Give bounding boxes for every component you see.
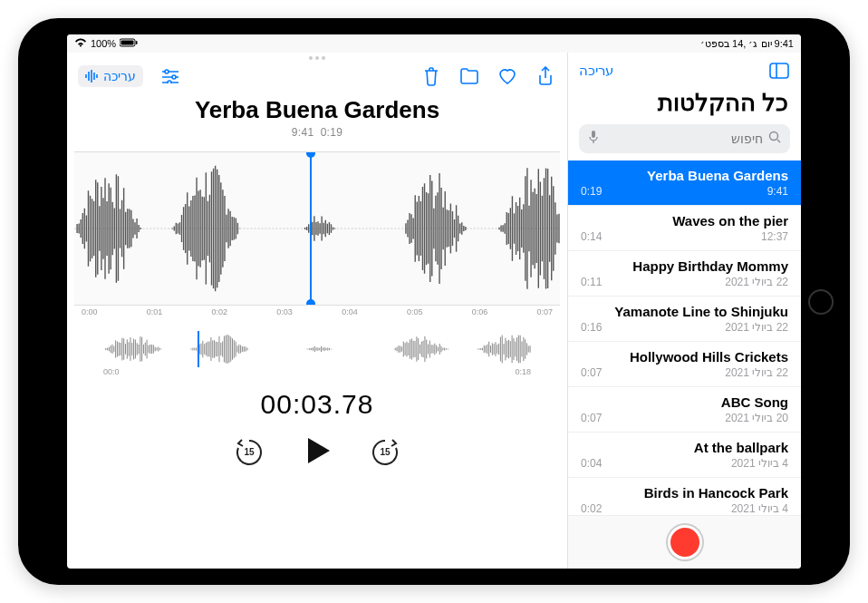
- svg-rect-539: [592, 131, 595, 138]
- recording-subtime: 9:41 0:19: [67, 126, 567, 139]
- recording-item-duration: 0:16: [581, 321, 602, 334]
- edit-waveform-button[interactable]: עריכה: [78, 65, 143, 87]
- play-button[interactable]: [301, 434, 333, 471]
- recording-item-time: 22 ביולי 2021: [725, 366, 788, 379]
- recording-item[interactable]: Yerba Buena Gardens 9:410:19: [568, 160, 801, 206]
- screen: 100% 9:41 יום ג׳ ,14 בספט׳ עריכה: [67, 34, 801, 569]
- recording-item-duration: 0:04: [581, 457, 602, 470]
- overview-times: 00:0 0:18: [103, 367, 531, 376]
- recording-item[interactable]: Yamanote Line to Shinjuku 22 ביולי 20210…: [568, 297, 801, 342]
- overview-waveform[interactable]: [103, 333, 531, 365]
- search-input[interactable]: [604, 131, 763, 146]
- playhead[interactable]: [310, 152, 312, 305]
- record-button[interactable]: [668, 525, 702, 559]
- recording-item-title: Waves on the pier: [581, 213, 788, 229]
- skip-forward-button[interactable]: 15: [370, 437, 400, 468]
- wifi-icon: [74, 38, 87, 49]
- trash-icon[interactable]: [420, 65, 442, 87]
- search-icon: [768, 131, 781, 147]
- recording-item-time: 4 ביולי 2021: [731, 457, 788, 470]
- recording-item-time: 22 ביולי 2021: [725, 321, 788, 334]
- svg-point-13: [168, 81, 171, 83]
- recording-item-title: Hollywood Hills Crickets: [581, 349, 788, 365]
- sidebar-edit-button[interactable]: עריכה: [579, 63, 613, 79]
- home-button[interactable]: [808, 289, 834, 315]
- sidebar-toggle-icon[interactable]: [768, 60, 790, 82]
- status-bar: 100% 9:41 יום ג׳ ,14 בספט׳: [67, 34, 801, 53]
- ipad-frame: 100% 9:41 יום ג׳ ,14 בספט׳ עריכה: [18, 18, 850, 585]
- recording-item[interactable]: ABC Song 20 ביולי 20210:07: [568, 387, 801, 433]
- recording-item-time: 22 ביולי 2021: [725, 276, 788, 288]
- recording-title[interactable]: Yerba Buena Gardens: [67, 96, 567, 124]
- recording-item[interactable]: Happy Birthday Mommy 22 ביולי 20210:11: [568, 251, 801, 297]
- svg-point-11: [172, 75, 176, 79]
- recording-item-title: At the ballpark: [581, 440, 788, 455]
- recording-item[interactable]: Waves on the pier 12:370:14: [568, 206, 801, 251]
- recording-item-duration: 0:11: [581, 276, 602, 288]
- recording-item[interactable]: At the ballpark 4 ביולי 20210:04: [568, 433, 801, 478]
- current-time: 00:03.78: [67, 389, 567, 420]
- recording-item-time: 4 ביולי 2021: [731, 502, 788, 515]
- playback-controls: 15 15: [67, 434, 567, 471]
- recording-item-duration: 0:07: [581, 412, 602, 424]
- recording-item-title: Happy Birthday Mommy: [581, 258, 788, 274]
- favorite-icon[interactable]: [497, 65, 518, 87]
- svg-point-537: [770, 132, 778, 141]
- recording-item-duration: 0:07: [581, 366, 602, 379]
- main-toolbar: עריכה: [67, 60, 567, 92]
- svg-point-9: [165, 70, 169, 73]
- recording-item-title: Yerba Buena Gardens: [581, 168, 788, 183]
- main-panel: עריכה: [67, 53, 567, 569]
- svg-rect-1: [121, 41, 134, 45]
- share-icon[interactable]: [535, 65, 556, 87]
- skip-back-button[interactable]: 15: [234, 437, 265, 468]
- battery-icon: [120, 38, 138, 49]
- options-icon[interactable]: [159, 65, 181, 87]
- recording-item-time: 12:37: [761, 230, 788, 243]
- svg-rect-535: [770, 63, 788, 78]
- folder-icon[interactable]: [458, 65, 480, 87]
- overview-playhead[interactable]: [198, 331, 199, 367]
- recording-item-duration: 0:02: [581, 502, 602, 515]
- waveform[interactable]: [74, 151, 560, 306]
- sidebar: עריכה כל ההקלטות Yerba Buena Gardens 9:4…: [567, 53, 801, 569]
- recording-item-title: ABC Song: [581, 394, 788, 410]
- svg-line-538: [777, 140, 780, 142]
- recording-item-duration: 0:14: [581, 230, 602, 243]
- battery-text: 100%: [91, 38, 116, 49]
- time-ruler: 0:000:010:020:030:040:050:060:07: [67, 306, 567, 316]
- recording-item-duration: 0:19: [581, 185, 602, 198]
- recording-item-time: 20 ביולי 2021: [725, 412, 788, 424]
- recording-item-title: Birds in Hancock Park: [581, 485, 788, 501]
- recordings-list[interactable]: Yerba Buena Gardens 9:410:19Waves on the…: [568, 160, 801, 515]
- sidebar-title: כל ההקלטות: [568, 85, 801, 124]
- recording-item[interactable]: Hollywood Hills Crickets 22 ביולי 20210:…: [568, 342, 801, 387]
- dictation-icon[interactable]: [588, 130, 599, 148]
- search-box[interactable]: [579, 124, 790, 153]
- recording-item-title: Yamanote Line to Shinjuku: [581, 304, 788, 319]
- svg-rect-2: [136, 41, 138, 44]
- status-clock: 9:41 יום ג׳ ,14 בספט׳: [700, 38, 794, 50]
- recording-item-time: 9:41: [767, 185, 788, 198]
- recording-item[interactable]: Birds in Hancock Park 4 ביולי 20210:02: [568, 478, 801, 515]
